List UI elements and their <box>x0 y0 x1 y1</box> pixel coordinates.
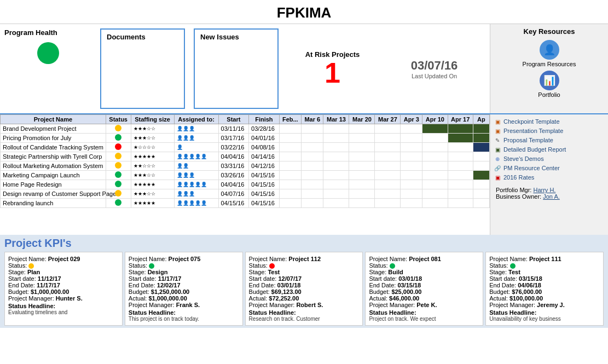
resource-link-item[interactable]: ⊕Steve's Demos <box>494 155 605 163</box>
kpi-budget-row: Budget: $76,000.00 <box>489 288 600 295</box>
kpi-headline-label: Status Headline: <box>8 303 55 309</box>
kpi-actual-row: Actual: $72,252.00 <box>249 295 360 302</box>
kpi-status-dot <box>510 263 516 269</box>
col-mar13: Mar 13 <box>323 115 349 124</box>
kpi-project-card: Project Name: Project 111 Status: Stage:… <box>485 252 604 326</box>
portfolio-mgr-link[interactable]: Harry H. <box>533 187 555 193</box>
kpi-project-name: Project 081 <box>409 256 441 262</box>
kpi-end-value: 03/01/18 <box>277 282 301 288</box>
kpi-end-row: End Date: 11/17/17 <box>8 282 119 288</box>
kpi-actual-value: $46,000.00 <box>387 295 419 302</box>
documents-label: Documents <box>107 33 146 41</box>
kpi-project-name: Project 111 <box>529 256 561 262</box>
kpi-stage-row: Stage: Build <box>369 269 479 275</box>
kpi-end-row: End Date: 03/15/18 <box>369 282 479 288</box>
kpi-status-label: Status: <box>369 262 387 269</box>
gantt-table: Project Name Status Staffing size Assign… <box>0 114 490 208</box>
kpi-project-name: Project 029 <box>48 256 80 262</box>
resource-link-label: Proposal Template <box>503 137 553 143</box>
right-links-panel: ▣Checkpoint Template▣Presentation Templa… <box>490 114 608 235</box>
resource-link-item[interactable]: 🔗PM Resource Center <box>494 164 605 172</box>
col-apr-more: Ap <box>473 115 489 124</box>
resource-link-label: Detailed Budget Report <box>503 146 566 153</box>
kpi-end-row: End Date: 03/01/18 <box>249 282 360 288</box>
kpi-headline-label: Status Headline: <box>129 309 176 316</box>
resource-link-item[interactable]: ▣2016 Rates <box>494 174 605 181</box>
kpi-start-row: Start date: 03/01/18 <box>369 275 479 282</box>
kpi-budget-row: Budget: $1,250,000.00 <box>129 288 239 295</box>
kpi-budget-label: Budget: <box>489 288 510 295</box>
col-start: Start <box>218 115 249 124</box>
portfolio-label: Portfolio <box>538 91 560 98</box>
col-apr10: Apr 10 <box>422 115 448 124</box>
pdf-icon: ▣ <box>494 174 501 181</box>
resource-link-label: PM Resource Center <box>503 165 560 171</box>
table-row: Brand Development Project★★★☆☆👤👤👤03/11/1… <box>1 124 490 134</box>
kpi-pm-row: Project Manager: Robert S. <box>249 302 360 308</box>
kpi-budget-value: $1,000,000.00 <box>31 288 69 295</box>
kpi-start-row: Start date: 11/17/17 <box>129 275 239 282</box>
kpi-project-name-row: Project Name: Project 075 <box>129 256 239 262</box>
kpi-project-card: Project Name: Project 112 Status: Stage:… <box>245 252 363 326</box>
table-row: Rebranding launch★★★★★👤👤👤👤👤04/15/1604/15… <box>1 199 490 208</box>
kpi-project-card: Project Name: Project 081 Status: Stage:… <box>365 252 483 326</box>
kpi-status-dot <box>390 263 395 269</box>
table-row: Rollout Marketing Automation System★★☆☆☆… <box>1 161 490 171</box>
kpi-pm-value: Robert S. <box>296 302 323 308</box>
kpi-start-label: Start date: <box>249 275 277 282</box>
kpi-headline-label: Status Headline: <box>249 309 296 316</box>
kpi-project-label: Project Name: <box>8 256 47 262</box>
kpi-project-label: Project Name: <box>489 256 528 262</box>
at-risk-count: 1 <box>325 59 340 87</box>
portfolio-footer: Portfolio Mgr: Harry H. Business Owner: … <box>494 184 605 202</box>
kpi-start-value: 12/07/17 <box>278 275 302 282</box>
ppt-icon: ▣ <box>494 118 501 125</box>
kpi-budget-row: Budget: $1,000,000.00 <box>8 288 119 295</box>
kpi-headline-row: Status Headline: <box>369 309 479 316</box>
kpi-end-label: End Date: <box>129 282 155 288</box>
table-row: Pricing Promotion for July★★★☆☆👤👤👤03/17/… <box>1 134 490 143</box>
kpi-pm-label: Project Manager: <box>489 302 535 308</box>
kpi-pm-row: Project Manager: Jeremy J. <box>489 302 600 308</box>
resource-link-item[interactable]: ✎Proposal Template <box>494 136 605 144</box>
kpi-end-value: 03/15/18 <box>397 282 421 288</box>
col-staffing: Staffing size <box>131 115 174 124</box>
kpi-stage-label: Stage: <box>489 269 507 275</box>
col-apr17: Apr 17 <box>448 115 473 124</box>
kpi-pm-label: Project Manager: <box>249 302 295 308</box>
kpi-pm-row: Project Manager: Pete K. <box>369 302 479 308</box>
table-row: Design revamp of Customer Support Page★★… <box>1 189 490 199</box>
resource-link-item[interactable]: ▣Checkpoint Template <box>494 118 605 125</box>
business-owner-link[interactable]: Jon A. <box>543 193 560 200</box>
kpi-actual-row: Actual: $1,000,000.00 <box>129 295 239 302</box>
kpi-start-value: 11/12/17 <box>38 275 61 282</box>
kpi-pm-row: Project Manager: Hunter S. <box>8 295 119 302</box>
portfolio-item[interactable]: 📊 Portfolio <box>494 71 605 98</box>
resource-link-item[interactable]: ▣Detailed Budget Report <box>494 146 605 153</box>
kpi-start-value: 03/15/18 <box>519 275 542 282</box>
doc-icon: ✎ <box>494 136 501 144</box>
program-resources-item[interactable]: 👤 Program Resources <box>494 40 605 67</box>
kpi-start-label: Start date: <box>8 275 36 282</box>
kpi-budget-label: Budget: <box>369 288 390 295</box>
program-resources-icon: 👤 <box>540 40 559 60</box>
kpi-status-row: Status: <box>129 262 239 269</box>
kpi-actual-row: Actual: $46,000.00 <box>369 295 479 302</box>
last-updated-card: 03/07/16 Last Updated On <box>386 28 482 109</box>
kpi-stage-label: Stage: <box>129 269 146 275</box>
kpi-start-value: 11/17/17 <box>158 275 182 282</box>
documents-card: Documents <box>100 28 185 109</box>
kpi-section: Project KPI's Project Name: Project 029 … <box>0 235 608 328</box>
new-issues-card: New Issues <box>194 28 279 109</box>
col-project-name: Project Name <box>1 115 106 124</box>
resource-link-item[interactable]: ▣Presentation Template <box>494 127 605 135</box>
kpi-actual-value: $100,000.00 <box>508 295 543 302</box>
resource-links: ▣Checkpoint Template▣Presentation Templa… <box>494 118 605 181</box>
kpi-budget-label: Budget: <box>8 288 29 295</box>
col-mar20: Mar 20 <box>349 115 375 124</box>
app-title: FPKIMA <box>0 0 608 24</box>
ppt-icon: ▣ <box>494 127 501 135</box>
kpi-title: Project KPI's <box>4 237 604 250</box>
kpi-project-name-row: Project Name: Project 111 <box>489 256 600 262</box>
kpi-stage-row: Stage: Plan <box>8 269 119 275</box>
